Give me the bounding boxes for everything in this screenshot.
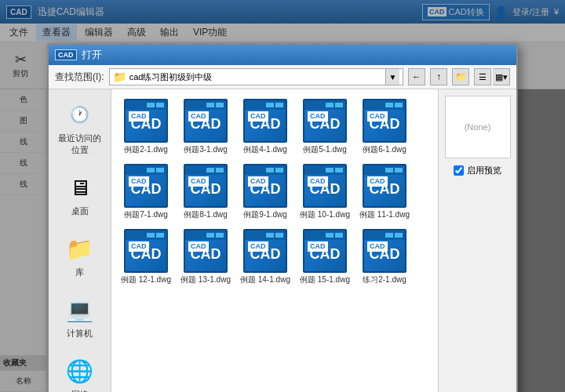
file-item[interactable]: CAD CAD 例题 15-1.dwg <box>297 226 353 288</box>
file-dialog: CAD 打开 查找范围(I): 📁 cad练习图初级到中级 ▼ ← ↑ 📁 ☰ … <box>47 43 518 392</box>
file-icon-topbar <box>185 230 226 240</box>
nav-new-folder-btn[interactable]: 📁 <box>452 68 469 85</box>
file-name: 例题8-1.dwg <box>184 209 228 220</box>
view-grid-btn[interactable]: ▦▾ <box>493 68 510 85</box>
file-name: 例题 11-1.dwg <box>359 209 410 220</box>
nav-up-btn[interactable]: ↑ <box>430 68 447 85</box>
file-icon: CAD CAD <box>184 164 228 208</box>
file-icon: CAD CAD <box>184 229 228 273</box>
cad-badge: CAD <box>129 176 149 187</box>
file-icon: CAD CAD <box>303 229 347 273</box>
file-item[interactable]: CAD CAD 例题 10-1.dwg <box>297 161 353 223</box>
cad-badge: CAD <box>188 241 209 252</box>
file-name: 例题3-1.dwg <box>184 144 228 154</box>
file-icon-topbar <box>185 165 226 175</box>
file-icon: CAD CAD <box>363 229 406 273</box>
nav-back-btn[interactable]: ← <box>408 68 425 85</box>
file-icon-topbar <box>304 100 345 110</box>
file-name: 例题 12-1.dwg <box>121 274 171 285</box>
sidebar-network[interactable]: 🌐 网络 <box>53 352 107 392</box>
file-icon: CAD CAD <box>243 99 287 143</box>
file-item[interactable]: CAD CAD 例题2-1.dwg <box>118 96 174 158</box>
network-label: 网络 <box>71 389 89 392</box>
file-icon: CAD CAD <box>124 229 168 273</box>
cad-badge: CAD <box>129 111 149 122</box>
file-item[interactable]: CAD CAD 例题8-1.dwg <box>177 161 234 223</box>
preview-area: (None) <box>445 96 511 158</box>
file-icon-topbar <box>126 230 166 240</box>
file-icon: CAD CAD <box>303 99 347 143</box>
desktop-label: 桌面 <box>71 205 89 217</box>
view-list-btn[interactable]: ☰ <box>474 68 491 85</box>
library-icon: 📁 <box>64 233 96 264</box>
file-icon-topbar <box>185 100 226 110</box>
file-name: 例题 14-1.dwg <box>240 274 290 285</box>
path-value: cad练习图初级到中级 <box>129 71 385 83</box>
dialog-logo: CAD <box>55 49 77 60</box>
file-icon: CAD CAD <box>243 229 287 273</box>
cad-badge: CAD <box>129 241 149 252</box>
file-icon-topbar <box>364 230 405 240</box>
file-item[interactable]: CAD CAD 例题 12-1.dwg <box>118 226 174 288</box>
sidebar-library[interactable]: 📁 库 <box>53 230 107 281</box>
file-icon-topbar <box>364 165 405 175</box>
cad-badge: CAD <box>248 241 268 252</box>
file-icon-topbar <box>245 165 286 175</box>
file-name: 例题6-1.dwg <box>363 144 406 154</box>
file-icon-topbar <box>245 100 286 110</box>
enable-preview-checkbox[interactable] <box>454 165 464 176</box>
file-name: 例题9-1.dwg <box>243 209 287 220</box>
file-name: 例题 13-1.dwg <box>180 274 231 285</box>
file-item[interactable]: CAD CAD 例题 13-1.dwg <box>177 226 234 288</box>
file-item[interactable]: CAD CAD 例题5-1.dwg <box>297 96 353 158</box>
file-icon-topbar <box>304 165 345 175</box>
preview-panel: (None) 启用预览 <box>438 89 516 392</box>
file-name: 例题4-1.dwg <box>243 144 287 154</box>
cad-badge: CAD <box>308 176 328 187</box>
file-item[interactable]: CAD CAD 例题9-1.dwg <box>237 161 293 223</box>
file-name: 例题 10-1.dwg <box>300 209 350 220</box>
file-item[interactable]: CAD CAD 例题3-1.dwg <box>177 96 234 158</box>
file-icon-topbar <box>126 165 166 175</box>
file-icon: CAD CAD <box>303 164 347 208</box>
file-icon-topbar <box>245 230 286 240</box>
desktop-icon: 🖥 <box>64 172 96 203</box>
enable-preview-label: 启用预览 <box>467 165 501 176</box>
cad-badge: CAD <box>248 176 268 187</box>
file-item[interactable]: CAD CAD 例题4-1.dwg <box>237 96 293 158</box>
sidebar-computer[interactable]: 💻 计算机 <box>53 291 107 343</box>
path-combo[interactable]: 📁 cad练习图初级到中级 ▼ <box>109 68 403 85</box>
sidebar-recent[interactable]: 🕐 最近访问的位置 <box>53 96 107 159</box>
file-item[interactable]: CAD CAD 例题7-1.dwg <box>118 161 174 223</box>
file-icon: CAD CAD <box>363 164 406 208</box>
file-item[interactable]: CAD CAD 例题6-1.dwg <box>356 96 413 158</box>
file-item[interactable]: CAD CAD 例题 14-1.dwg <box>237 226 293 288</box>
file-item[interactable]: CAD CAD 例题 11-1.dwg <box>356 161 413 223</box>
file-grid: CAD CAD 例题2-1.dwg CAD CAD 例题3-1.dwg CAD … <box>111 89 438 392</box>
cad-badge: CAD <box>248 111 268 122</box>
cad-badge: CAD <box>188 111 209 122</box>
file-icon: CAD CAD <box>363 99 406 143</box>
file-icon-topbar <box>126 100 166 110</box>
network-icon: 🌐 <box>64 355 96 387</box>
path-dropdown-btn[interactable]: ▼ <box>385 69 399 85</box>
file-icon: CAD CAD <box>124 164 168 208</box>
cad-badge: CAD <box>308 241 328 252</box>
dialog-toolbar: 查找范围(I): 📁 cad练习图初级到中级 ▼ ← ↑ 📁 ☰ ▦▾ <box>49 65 516 89</box>
view-options: ☰ ▦▾ <box>474 68 510 85</box>
recent-icon: 🕐 <box>64 99 96 130</box>
file-name: 例题5-1.dwg <box>303 144 347 154</box>
dialog-body: 🕐 最近访问的位置 🖥 桌面 📁 库 💻 计算机 <box>49 89 516 392</box>
file-item[interactable]: CAD CAD 练习2-1.dwg <box>356 226 413 288</box>
preview-none-label: (None) <box>465 122 491 132</box>
cad-badge: CAD <box>367 111 388 122</box>
dialog-titlebar: CAD 打开 <box>49 45 516 65</box>
search-range-label: 查找范围(I): <box>55 71 104 84</box>
library-label: 库 <box>75 267 84 278</box>
dialog-title: 打开 <box>82 48 102 62</box>
file-name: 例题7-1.dwg <box>124 209 168 220</box>
file-icon: CAD CAD <box>124 99 168 143</box>
file-name: 练习2-1.dwg <box>363 274 406 285</box>
sidebar-desktop[interactable]: 🖥 桌面 <box>53 169 107 220</box>
file-name: 例题 15-1.dwg <box>300 274 350 285</box>
